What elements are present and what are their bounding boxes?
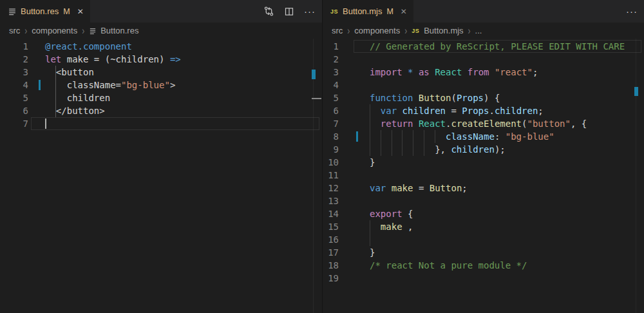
code-text: } [370, 156, 375, 169]
breadcrumb-item[interactable]: components [354, 26, 400, 35]
line-number[interactable]: 17 [323, 246, 339, 259]
chevron-right-icon: › [468, 24, 471, 36]
line-number[interactable]: 2 [0, 53, 28, 66]
breadcrumb-item[interactable]: Button.mjs [424, 26, 463, 35]
breadcrumb-item[interactable]: src [9, 26, 20, 35]
line-number[interactable]: 8 [323, 130, 339, 143]
line-number[interactable]: 18 [323, 259, 339, 272]
editor-workbench: Button.res M ✕ ··· [0, 0, 644, 313]
code-line[interactable]: 4 className="bg-blue"> [0, 79, 322, 91]
file-list-icon [8, 7, 17, 16]
code-text: } [370, 246, 375, 259]
line-number[interactable]: 6 [323, 104, 339, 117]
tab-button-mjs[interactable]: JS Button.mjs M ✕ [323, 0, 414, 23]
code-text: export { [370, 207, 413, 220]
javascript-file-icon: JS [330, 8, 338, 15]
code-line[interactable]: 7 [0, 117, 322, 130]
code-line[interactable]: 14export { [323, 207, 644, 220]
code-text: </button> [45, 104, 105, 117]
more-actions-icon[interactable]: ··· [626, 8, 638, 15]
chevron-right-icon: › [347, 24, 350, 36]
code-text: }, children); [370, 143, 506, 156]
breadcrumb-item[interactable]: src [332, 26, 343, 35]
line-number[interactable]: 5 [0, 91, 28, 104]
editor-pane-left: Button.res M ✕ ··· [0, 0, 322, 313]
code-line[interactable]: 6 var children = Props.children; [323, 104, 644, 117]
code-text: children [45, 91, 110, 104]
code-text: import * as React from "react"; [370, 66, 538, 79]
code-text: @react.component [45, 40, 132, 53]
code-line[interactable]: 11 [323, 169, 644, 182]
code-line[interactable]: 5function Button(Props) { [323, 91, 644, 104]
code-line[interactable]: 10} [323, 156, 644, 169]
code-line[interactable]: 19 [323, 272, 644, 285]
breadcrumbs-right: src › components › JS Button.mjs › ... [323, 23, 644, 39]
line-number[interactable]: 11 [323, 169, 339, 182]
code-line[interactable]: 5 children [0, 91, 322, 104]
line-number[interactable]: 3 [0, 66, 28, 79]
close-tab-icon[interactable]: ✕ [401, 7, 407, 16]
code-line[interactable]: 4 [323, 79, 644, 91]
code-line[interactable]: 3import * as React from "react"; [323, 66, 644, 79]
code-line[interactable]: 2 [323, 53, 644, 66]
tab-strip-right: JS Button.mjs M ✕ ··· [323, 0, 644, 23]
code-line[interactable]: 1// Generated by ReScript, PLEASE EDIT W… [323, 40, 644, 53]
tab-strip-left: Button.res M ✕ ··· [0, 0, 322, 23]
code-line[interactable]: 18/* react Not a pure module */ [323, 259, 644, 272]
breadcrumb-item[interactable]: ... [475, 26, 482, 35]
code-text: <button [45, 66, 94, 79]
more-actions-icon[interactable]: ··· [304, 8, 316, 15]
code-line[interactable]: 12var make = Button; [323, 182, 644, 194]
split-editor-icon[interactable] [283, 6, 295, 17]
line-number[interactable]: 9 [323, 143, 339, 156]
breadcrumb-item[interactable]: Button.res [100, 26, 138, 35]
code-line[interactable]: 15 make , [323, 220, 644, 233]
line-number[interactable]: 2 [323, 53, 339, 66]
open-changes-icon[interactable] [263, 6, 274, 17]
code-line[interactable]: 9 }, children); [323, 143, 644, 156]
code-line[interactable]: 7 return React.createElement("button", { [323, 117, 644, 130]
code-text: make , [370, 220, 413, 233]
code-text: function Button(Props) { [370, 91, 500, 104]
chevron-right-icon: › [82, 24, 84, 36]
line-number[interactable]: 16 [323, 233, 339, 246]
line-number[interactable]: 6 [0, 104, 28, 117]
code-text: // Generated by ReScript, PLEASE EDIT WI… [370, 40, 625, 53]
line-number[interactable]: 1 [0, 40, 28, 53]
code-line[interactable]: 3 <button [0, 66, 322, 79]
tab-label: Button.mjs [343, 6, 382, 16]
code-text: let make = (~children) => [45, 53, 181, 66]
code-line[interactable]: 1@react.component [0, 40, 322, 53]
code-line[interactable]: 2let make = (~children) => [0, 53, 322, 66]
code-line[interactable]: 13 [323, 194, 644, 207]
code-line[interactable]: 16 [323, 233, 644, 246]
modified-badge: M [63, 7, 70, 16]
line-number[interactable]: 5 [323, 91, 339, 104]
code-line[interactable]: 6 </button> [0, 104, 322, 117]
line-number[interactable]: 15 [323, 220, 339, 233]
line-number[interactable]: 19 [323, 272, 339, 285]
code-line[interactable]: 8 className: "bg-blue" [323, 130, 644, 143]
line-number[interactable]: 1 [323, 40, 339, 53]
line-number[interactable]: 4 [323, 79, 339, 91]
close-tab-icon[interactable]: ✕ [77, 7, 84, 16]
line-number[interactable]: 14 [323, 207, 339, 220]
line-number[interactable]: 7 [323, 117, 339, 130]
editor-actions-left: ··· [263, 0, 316, 23]
line-number[interactable]: 3 [323, 66, 339, 79]
code-editor-res[interactable]: 1@react.component2let make = (~children)… [0, 39, 322, 313]
code-line[interactable]: 17} [323, 246, 644, 259]
chevron-right-icon: › [24, 24, 27, 36]
tab-button-res[interactable]: Button.res M ✕ [0, 0, 91, 23]
line-number[interactable]: 10 [323, 156, 339, 169]
code-editor-mjs[interactable]: 1// Generated by ReScript, PLEASE EDIT W… [323, 39, 644, 313]
line-number[interactable]: 4 [0, 79, 28, 91]
line-number[interactable]: 12 [323, 182, 339, 194]
editor-pane-right: JS Button.mjs M ✕ ··· src › components ›… [322, 0, 644, 313]
line-number[interactable]: 7 [0, 117, 28, 130]
chevron-right-icon: › [404, 24, 407, 36]
file-list-icon [89, 27, 97, 35]
line-number[interactable]: 13 [323, 194, 339, 207]
tab-label: Button.res [21, 6, 59, 16]
breadcrumb-item[interactable]: components [32, 26, 77, 35]
